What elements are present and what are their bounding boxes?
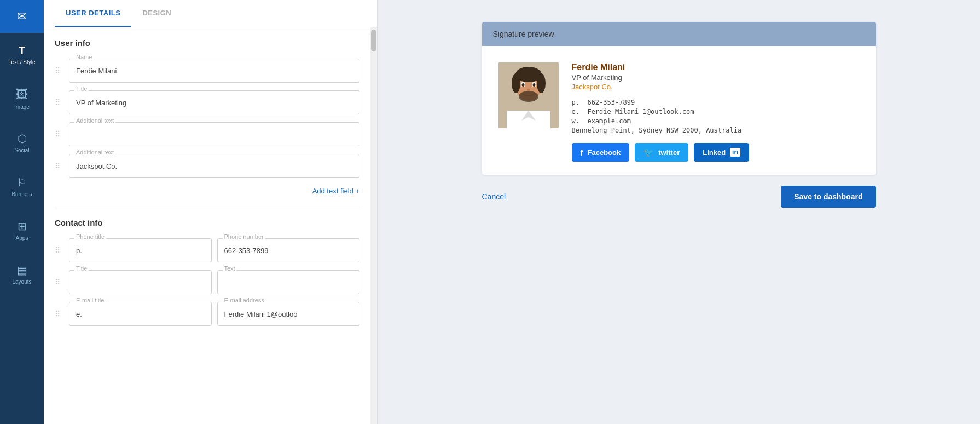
sidebar: ✉ T Text / Style 🖼 Image ⬡ Social ⚐ Bann… xyxy=(0,0,44,424)
scrollbar-thumb[interactable] xyxy=(371,30,376,51)
drag-handle-phone[interactable]: ⠿ xyxy=(55,246,63,255)
title-field-wrapper: Title xyxy=(69,90,359,114)
additional-text-1-input[interactable] xyxy=(69,122,359,146)
additional-2-field-label: Additional text xyxy=(74,149,115,156)
sig-email-line: e. Ferdie Milani 1@outlook.com xyxy=(572,108,860,116)
drag-handle-additional-1[interactable]: ⠿ xyxy=(55,130,63,139)
email-title-col: E-mail title xyxy=(69,302,212,326)
sidebar-item-layouts[interactable]: ▤ Layouts xyxy=(0,252,44,296)
title-input[interactable] xyxy=(69,90,359,114)
scrollbar-track[interactable] xyxy=(370,27,377,424)
image-icon: 🖼 xyxy=(16,88,28,102)
sig-website-label: w. xyxy=(572,117,579,125)
additional-2-field-wrapper: Additional text xyxy=(69,154,359,178)
text-label: Text xyxy=(223,265,237,272)
sig-company: Jackspot Co. xyxy=(572,83,860,91)
phone-number-input[interactable] xyxy=(217,238,360,262)
email-address-input[interactable] xyxy=(217,302,360,326)
additional-1-field-label: Additional text xyxy=(74,117,115,124)
sidebar-item-label: Layouts xyxy=(12,279,31,285)
field-row-additional-1: ⠿ Additional text xyxy=(55,122,359,146)
phone-number-label: Phone number xyxy=(223,233,265,240)
banners-icon: ⚐ xyxy=(17,176,27,189)
add-field-container: Add text field + xyxy=(55,186,359,196)
title-2-input[interactable] xyxy=(69,270,212,294)
name-field-wrapper: Name xyxy=(69,59,359,83)
phone-title-col: Phone title xyxy=(69,238,212,262)
text-input[interactable] xyxy=(217,270,360,294)
sig-title: VP of Marketing xyxy=(572,73,860,82)
twitter-label: twitter xyxy=(658,148,680,157)
svg-point-4 xyxy=(537,73,546,93)
section-divider xyxy=(55,207,359,207)
drag-handle-additional-2[interactable]: ⠿ xyxy=(55,162,63,170)
add-text-field-button[interactable]: Add text field + xyxy=(312,187,359,195)
title-2-col: Title xyxy=(69,270,212,294)
twitter-button[interactable]: 🐦 twitter xyxy=(635,143,688,162)
phone-title-label: Phone title xyxy=(74,233,106,240)
apps-icon: ⊞ xyxy=(18,220,27,233)
sidebar-item-social[interactable]: ⬡ Social xyxy=(0,121,44,164)
drag-handle-email[interactable]: ⠿ xyxy=(55,310,63,318)
name-input[interactable] xyxy=(69,59,359,83)
facebook-button[interactable]: f Facebook xyxy=(572,143,630,162)
sidebar-item-banners[interactable]: ⚐ Banners xyxy=(0,164,44,208)
email-address-col: E-mail address xyxy=(217,302,360,326)
sidebar-item-image[interactable]: 🖼 Image xyxy=(0,77,44,121)
email-address-label: E-mail address xyxy=(223,297,266,303)
app-logo[interactable]: ✉ xyxy=(0,0,44,33)
editor-scroll-container: User info ⠿ Name ⠿ Title xyxy=(44,27,377,424)
signature-content: Ferdie Milani VP of Marketing Jackspot C… xyxy=(498,62,860,162)
signature-preview-box: Signature preview xyxy=(482,22,876,175)
sidebar-item-label: Banners xyxy=(11,191,32,197)
phone-title-input[interactable] xyxy=(69,238,212,262)
phone-number-col: Phone number xyxy=(217,238,360,262)
sidebar-item-text-style[interactable]: T Text / Style xyxy=(0,33,44,77)
sidebar-item-label: Text / Style xyxy=(9,59,36,66)
signature-avatar xyxy=(498,62,559,128)
email-title-label: E-mail title xyxy=(74,297,106,303)
sidebar-item-label: Social xyxy=(14,147,29,153)
svg-point-8 xyxy=(532,83,535,87)
sidebar-item-label: Apps xyxy=(16,235,28,241)
twitter-icon: 🐦 xyxy=(643,147,654,157)
linkedin-icon: in xyxy=(730,148,740,157)
drag-handle-name[interactable]: ⠿ xyxy=(55,66,63,75)
drag-handle-title[interactable]: ⠿ xyxy=(55,98,63,107)
sidebar-item-apps[interactable]: ⊞ Apps xyxy=(0,208,44,252)
save-to-dashboard-button[interactable]: Save to dashboard xyxy=(781,186,875,208)
sig-email-label: e. xyxy=(572,108,579,116)
drag-handle-title-text[interactable]: ⠿ xyxy=(55,278,63,287)
field-row-additional-2: ⠿ Additional text xyxy=(55,154,359,178)
user-info-section-title: User info xyxy=(55,38,359,48)
logo-icon: ✉ xyxy=(17,9,27,24)
signature-preview-body: Ferdie Milani VP of Marketing Jackspot C… xyxy=(482,46,876,175)
text-style-icon: T xyxy=(19,44,25,57)
additional-text-2-input[interactable] xyxy=(69,154,359,178)
editor-panel: USER DETAILS DESIGN User info ⠿ Name ⠿ xyxy=(44,0,378,424)
sig-email: Ferdie Milani 1@outlook.com xyxy=(587,108,694,116)
name-field-label: Name xyxy=(74,54,94,60)
sig-phone-line: p. 662-353-7899 xyxy=(572,99,860,106)
additional-1-field-wrapper: Additional text xyxy=(69,122,359,146)
social-icon: ⬡ xyxy=(18,132,27,145)
field-row-title-text: ⠿ Title Text xyxy=(55,270,359,294)
editor-tabs: USER DETAILS DESIGN xyxy=(44,0,377,27)
sig-name: Ferdie Milani xyxy=(572,62,860,72)
signature-preview-header: Signature preview xyxy=(482,22,876,46)
tab-user-details[interactable]: USER DETAILS xyxy=(55,0,131,27)
sig-social-buttons: f Facebook 🐦 twitter Linked in xyxy=(572,143,860,162)
contact-info-section-title: Contact info xyxy=(55,218,359,227)
title-field-label: Title xyxy=(74,85,89,92)
cancel-button[interactable]: Cancel xyxy=(482,192,506,201)
action-bar: Cancel Save to dashboard xyxy=(482,186,876,208)
layouts-icon: ▤ xyxy=(17,263,27,277)
email-title-input[interactable] xyxy=(69,302,212,326)
sig-phone: 662-353-7899 xyxy=(587,99,635,106)
tab-design[interactable]: DESIGN xyxy=(131,0,182,27)
sig-address-line: Bennelong Point, Sydney NSW 2000, Austra… xyxy=(572,127,860,134)
sig-website-line: w. example.com xyxy=(572,117,860,125)
preview-panel: Signature preview xyxy=(378,0,980,424)
linkedin-button[interactable]: Linked in xyxy=(694,143,749,162)
svg-point-10 xyxy=(519,91,538,102)
